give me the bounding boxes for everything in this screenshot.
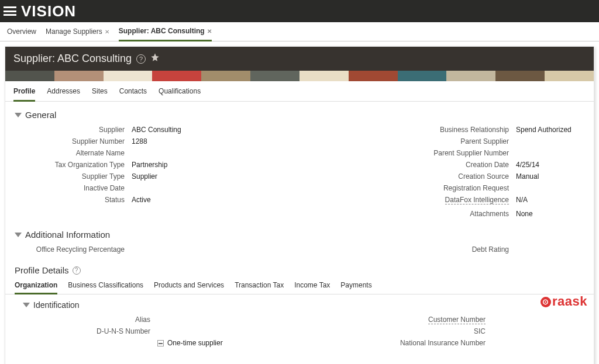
nav-tab-overview[interactable]: Overview (7, 27, 36, 41)
detail-tab-payments[interactable]: Payments (340, 281, 371, 294)
favorite-star-icon[interactable] (150, 53, 160, 65)
help-icon[interactable]: ? (73, 266, 81, 275)
watermark-logo: ⊙raask (541, 294, 587, 309)
field-value: Spend Authorized (516, 126, 572, 134)
section-title: General (25, 110, 56, 120)
detail-tab-organization[interactable]: Organization (15, 281, 57, 294)
section-title: Additional Information (25, 230, 110, 240)
section-additional-info: Additional Information Office Recycling … (5, 221, 594, 257)
detail-tab-transaction-tax[interactable]: Transaction Tax (235, 281, 284, 294)
section-title: Identification (33, 300, 80, 310)
field-label: Creation Date (317, 161, 516, 169)
field-value: Supplier (132, 172, 157, 181)
nav-tab-bar: Overview Manage Suppliers ✕ Supplier: AB… (0, 22, 599, 41)
close-icon[interactable]: ✕ (105, 29, 109, 35)
detail-tab-products-services[interactable]: Products and Services (154, 281, 224, 294)
subtab-contacts[interactable]: Contacts (119, 87, 147, 101)
nav-tab-label: Manage Suppliers (46, 27, 102, 36)
detail-tab-income-tax[interactable]: Income Tax (294, 281, 330, 294)
field-label: Supplier Number (15, 137, 132, 145)
field-label: Parent Supplier Number (317, 149, 516, 157)
watermark-bullet-icon: ⊙ (541, 297, 551, 307)
collapse-icon (23, 303, 30, 307)
section-header-additional[interactable]: Additional Information (15, 230, 584, 240)
collapse-icon (15, 233, 22, 237)
section-header-identification[interactable]: Identification (23, 300, 576, 310)
brand-logo: VISION (21, 2, 76, 20)
field-label: Inactive Date (15, 184, 132, 192)
menu-icon[interactable] (4, 6, 16, 16)
field-label: Status (15, 196, 132, 204)
field-value: ABC Consulting (132, 126, 181, 134)
onetime-supplier-checkbox[interactable] (157, 340, 164, 346)
section-general: General SupplierABC Consulting Supplier … (5, 102, 594, 221)
field-label: Tax Organization Type (15, 161, 132, 169)
field-label-link[interactable]: Customer Number (428, 316, 486, 324)
close-icon[interactable]: ✕ (207, 28, 212, 34)
help-icon[interactable]: ? (136, 54, 146, 64)
field-label: Parent Supplier (317, 137, 516, 145)
field-value: N/A (516, 196, 528, 204)
watermark-text: raask (552, 294, 587, 308)
nav-tab-label: Supplier: ABC Consulting (119, 27, 205, 35)
subtab-sites[interactable]: Sites (92, 87, 108, 101)
subtab-addresses[interactable]: Addresses (47, 87, 80, 101)
field-label: Alternate Name (15, 149, 132, 157)
field-value: 4/25/14 (516, 161, 539, 169)
field-label: Business Relationship (317, 126, 516, 134)
field-label: SIC (317, 327, 493, 335)
field-label: Alias (23, 316, 157, 324)
decorative-color-strip (5, 71, 594, 81)
section-identification: Identification Alias D-U-N-S Number One-… (5, 294, 594, 351)
field-label: Supplier (15, 126, 132, 134)
nav-tab-supplier-detail[interactable]: Supplier: ABC Consulting ✕ (119, 27, 212, 41)
field-label: Attachments (317, 210, 516, 218)
field-label: Supplier Type (15, 172, 132, 181)
detail-tab-bar: Organization Business Classifications Pr… (5, 275, 594, 294)
field-label: National Insurance Number (317, 339, 493, 347)
nav-tab-manage-suppliers[interactable]: Manage Suppliers ✕ (46, 27, 109, 41)
top-bar: VISION (0, 0, 599, 22)
page-panel: Supplier: ABC Consulting ? Profile Addre… (5, 46, 594, 364)
field-label: D-U-N-S Number (23, 327, 157, 335)
field-value: 1288 (132, 137, 147, 145)
page-title: Supplier: ABC Consulting (13, 53, 132, 65)
field-label: Registration Request (317, 184, 516, 192)
field-label: Office Recycling Percentage (15, 245, 132, 254)
section-header-general[interactable]: General (15, 110, 584, 120)
field-value: Active (132, 196, 151, 204)
field-label: Debt Rating (317, 245, 516, 254)
nav-tab-label: Overview (7, 27, 36, 36)
field-label-link[interactable]: DataFox Intelligence (445, 196, 509, 204)
subtab-qualifications[interactable]: Qualifications (159, 87, 201, 101)
field-value: Manual (516, 172, 539, 181)
field-value: None (516, 210, 533, 218)
subtab-profile[interactable]: Profile (13, 87, 35, 102)
field-label: Creation Source (317, 172, 516, 181)
collapse-icon (15, 113, 22, 117)
page-title-banner: Supplier: ABC Consulting ? (5, 47, 594, 71)
field-value: Partnership (132, 161, 167, 169)
field-label: One-time supplier (167, 339, 223, 347)
section-title: Profile Details (15, 265, 69, 275)
profile-details-heading: Profile Details ? (5, 257, 594, 275)
sub-tab-bar: Profile Addresses Sites Contacts Qualifi… (5, 81, 594, 102)
detail-tab-business-class[interactable]: Business Classifications (68, 281, 143, 294)
